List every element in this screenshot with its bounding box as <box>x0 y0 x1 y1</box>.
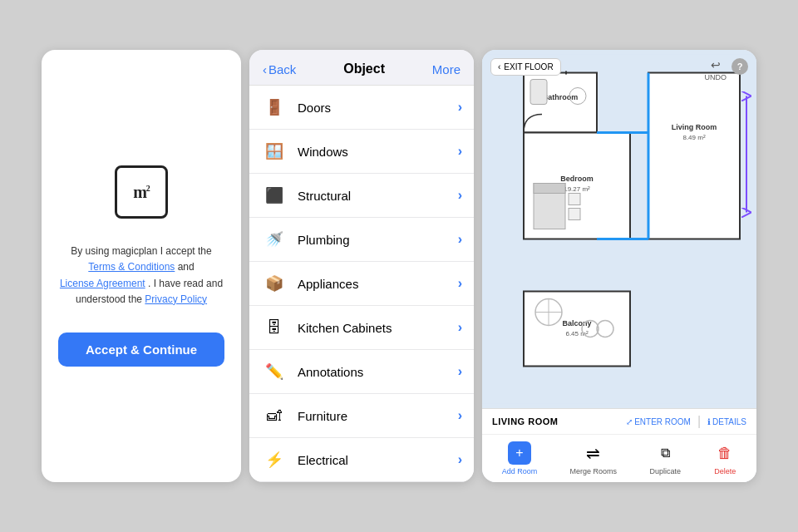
object-item-appliances[interactable]: 📦Appliances› <box>249 262 474 306</box>
object-item-electrical[interactable]: ⚡Electrical› <box>249 438 474 482</box>
structural-chevron: › <box>458 188 462 203</box>
duplicate-button[interactable]: ⧉ Duplicate <box>649 441 681 475</box>
svg-rect-27 <box>530 80 547 105</box>
object-item-plumbing[interactable]: 🚿Plumbing› <box>249 218 474 262</box>
enter-room-button[interactable]: ⤢ ENTER ROOM <box>626 417 691 426</box>
kitchen-cabinets-label: Kitchen Cabinets <box>298 321 458 335</box>
info-icon: ℹ <box>707 417 711 426</box>
svg-rect-7 <box>534 184 565 194</box>
license-agreement-link[interactable]: License Agreement <box>60 278 145 289</box>
chevron-left-icon: ‹ <box>498 62 500 71</box>
structural-icon: ⬛ <box>261 182 288 209</box>
annotations-icon: ✏️ <box>261 358 288 385</box>
appliances-label: Appliances <box>298 277 458 291</box>
svg-rect-8 <box>569 194 580 205</box>
appliances-chevron: › <box>458 276 462 291</box>
object-item-windows[interactable]: 🪟Windows› <box>249 130 474 174</box>
object-header: ‹ Back Object More <box>249 50 474 86</box>
screen-container: m2 By using magicplan I accept the Terms… <box>0 0 798 532</box>
terms-text: By using magicplan I accept the Terms & … <box>60 244 223 308</box>
terms-conditions-link[interactable]: Terms & Conditions <box>88 261 175 273</box>
svg-text:19.27 m²: 19.27 m² <box>564 185 590 193</box>
doors-label: Doors <box>298 101 458 115</box>
annotations-chevron: › <box>458 364 462 379</box>
object-item-furniture[interactable]: 🛋Furniture› <box>249 394 474 438</box>
object-item-annotations[interactable]: ✏️Annotations› <box>249 350 474 394</box>
windows-chevron: › <box>458 144 462 159</box>
floorplan-map: Bathroom Bedroom 19.27 m² Living Room 8.… <box>482 50 756 408</box>
furniture-label: Furniture <box>298 409 458 423</box>
more-button[interactable]: More <box>432 62 461 76</box>
duplicate-icon: ⧉ <box>653 441 677 465</box>
svg-text:8.49 m²: 8.49 m² <box>682 134 705 141</box>
add-room-button[interactable]: + Add Room <box>502 441 538 475</box>
object-panel: ‹ Back Object More 🚪Doors›🪟Windows›⬛Stru… <box>249 50 474 482</box>
app-logo: m2 <box>115 165 168 219</box>
electrical-chevron: › <box>458 452 462 467</box>
object-list: 🚪Doors›🪟Windows›⬛Structural›🚿Plumbing›📦A… <box>249 86 474 482</box>
windows-icon: 🪟 <box>261 138 288 165</box>
kitchen-cabinets-chevron: › <box>458 320 462 335</box>
svg-text:Balcony: Balcony <box>562 319 591 328</box>
svg-text:Living Room: Living Room <box>672 123 717 131</box>
delete-button[interactable]: 🗑 Delete <box>713 441 736 475</box>
object-item-kitchen-cabinets[interactable]: 🗄Kitchen Cabinets› <box>249 306 474 350</box>
enter-room-icon: ⤢ <box>626 417 633 426</box>
floorplan-svg: Bathroom Bedroom 19.27 m² Living Room 8.… <box>482 50 756 408</box>
plumbing-icon: 🚿 <box>261 226 288 253</box>
doors-icon: 🚪 <box>261 94 288 121</box>
delete-icon: 🗑 <box>713 441 736 465</box>
plumbing-label: Plumbing <box>298 233 458 247</box>
login-panel: m2 By using magicplan I accept the Terms… <box>42 50 241 482</box>
merge-rooms-button[interactable]: ⇌ Merge Rooms <box>570 441 618 475</box>
electrical-icon: ⚡ <box>261 446 288 473</box>
room-actions: ⤢ ENTER ROOM | ℹ DETAILS <box>626 414 746 429</box>
undo-button[interactable]: ↩ UNDO <box>705 58 727 81</box>
chevron-left-icon: ‹ <box>263 62 267 76</box>
annotations-label: Annotations <box>298 365 458 379</box>
back-button[interactable]: ‹ Back <box>263 62 296 76</box>
svg-rect-10 <box>648 73 740 239</box>
doors-chevron: › <box>458 100 462 115</box>
toolbar: + Add Room ⇌ Merge Rooms ⧉ Duplicate 🗑 D… <box>482 435 756 482</box>
add-room-icon: + <box>508 441 531 465</box>
floorplan-panel: Bathroom Bedroom 19.27 m² Living Room 8.… <box>482 50 756 482</box>
help-button[interactable]: ? <box>732 58 748 75</box>
plumbing-chevron: › <box>458 232 462 247</box>
electrical-label: Electrical <box>298 453 458 467</box>
exit-floor-button[interactable]: ‹ EXIT FLOOR <box>490 58 561 76</box>
object-item-structural[interactable]: ⬛Structural› <box>249 174 474 218</box>
privacy-policy-link[interactable]: Privacy Policy <box>145 293 207 305</box>
current-room-name: LIVING ROOM <box>492 416 558 426</box>
appliances-icon: 📦 <box>261 270 288 297</box>
svg-text:Bedroom: Bedroom <box>560 175 594 183</box>
room-label-bar: LIVING ROOM ⤢ ENTER ROOM | ℹ DETAILS <box>482 409 756 435</box>
svg-rect-25 <box>565 71 567 75</box>
undo-icon: ↩ <box>711 58 721 71</box>
furniture-chevron: › <box>458 408 462 423</box>
svg-text:Bathroom: Bathroom <box>543 93 579 101</box>
furniture-icon: 🛋 <box>261 402 288 429</box>
details-button[interactable]: ℹ DETAILS <box>707 417 746 426</box>
accept-continue-button[interactable]: Accept & Continue <box>58 332 224 367</box>
logo-symbol: m2 <box>133 183 150 202</box>
merge-icon: ⇌ <box>582 441 605 465</box>
structural-label: Structural <box>298 189 458 203</box>
windows-label: Windows <box>298 145 458 159</box>
kitchen-cabinets-icon: 🗄 <box>261 314 288 341</box>
object-item-doors[interactable]: 🚪Doors› <box>249 86 474 130</box>
svg-rect-9 <box>569 209 580 220</box>
floorplan-bottom-bar: LIVING ROOM ⤢ ENTER ROOM | ℹ DETAILS + <box>482 408 756 482</box>
object-title: Object <box>343 62 385 76</box>
